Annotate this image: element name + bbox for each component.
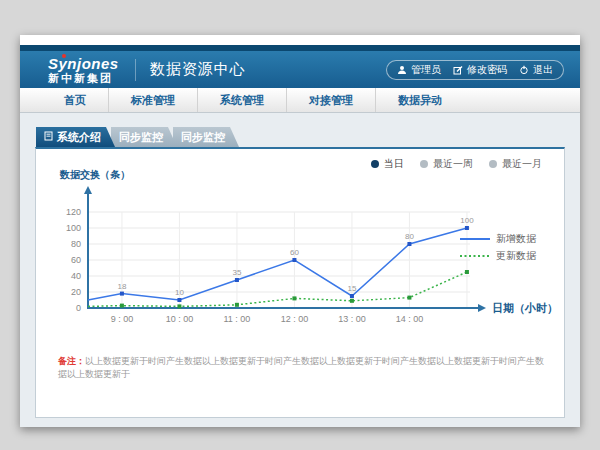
chart-panel: 当日 最近一周 最近一月 181035601580100020406080100…: [35, 147, 565, 418]
svg-text:新增数据: 新增数据: [496, 233, 537, 244]
svg-text:15: 15: [347, 284, 356, 293]
app-header: Synjones 新中新集团 数据资源中心 管理员 修改密码: [20, 51, 580, 88]
logo: Synjones 新中新集团: [48, 56, 119, 84]
edit-icon: [453, 65, 463, 75]
nav-item-home[interactable]: 首页: [42, 88, 108, 112]
svg-text:10 : 00: 10 : 00: [166, 314, 194, 324]
document-icon: [44, 131, 53, 143]
nav-item-data-changes[interactable]: 数据异动: [375, 88, 464, 112]
footnote-text: 以上数据更新于时间产生数据以上数据更新于时间产生数据以上数据更新于时间产生数据以…: [58, 356, 544, 379]
footnote-prefix: 备注：: [58, 356, 85, 366]
tab-system-intro[interactable]: 系统介绍: [36, 127, 115, 147]
svg-text:9 : 00: 9 : 00: [111, 314, 134, 324]
logo-subtitle: 新中新集团: [48, 73, 119, 84]
nav-item-standard-mgmt[interactable]: 标准管理: [108, 88, 197, 112]
svg-text:100: 100: [460, 216, 474, 225]
chart-container: 1810356015801000204060801001209 : 0010 :…: [36, 167, 566, 335]
svg-text:20: 20: [71, 287, 81, 297]
page-title: 数据资源中心: [150, 60, 246, 79]
svg-text:更新数据: 更新数据: [496, 250, 537, 261]
tab-sync-monitor-1[interactable]: 同步监控: [111, 127, 177, 147]
svg-text:40: 40: [71, 271, 81, 281]
svg-text:12 : 00: 12 : 00: [281, 314, 309, 324]
svg-text:35: 35: [232, 268, 241, 277]
user-icon: [397, 65, 407, 75]
power-icon: [519, 65, 529, 75]
header-divider: [135, 59, 136, 81]
svg-text:18: 18: [117, 282, 126, 291]
svg-text:60: 60: [290, 248, 299, 257]
nav-item-integration-mgmt[interactable]: 对接管理: [286, 88, 375, 112]
main-window: Synjones 新中新集团 数据资源中心 管理员 修改密码: [20, 35, 580, 427]
tab-sync-monitor-2[interactable]: 同步监控: [173, 127, 239, 147]
content-area: 系统介绍 同步监控 同步监控 当日 最近一周: [20, 113, 580, 427]
svg-text:100: 100: [66, 223, 81, 233]
svg-text:数据交换（条）: 数据交换（条）: [59, 169, 130, 180]
current-user[interactable]: 管理员: [397, 63, 441, 77]
svg-text:120: 120: [66, 207, 81, 217]
svg-text:80: 80: [405, 232, 414, 241]
user-controls: 管理员 修改密码 退出: [386, 60, 564, 80]
main-nav: 首页 标准管理 系统管理 对接管理 数据异动: [20, 88, 580, 113]
svg-text:14 : 00: 14 : 00: [396, 314, 424, 324]
tab-bar: 系统介绍 同步监控 同步监控: [36, 127, 235, 147]
svg-text:10: 10: [175, 288, 184, 297]
logo-brand: Synjones: [48, 56, 119, 71]
nav-item-system-mgmt[interactable]: 系统管理: [197, 88, 286, 112]
svg-text:13 : 00: 13 : 00: [338, 314, 366, 324]
svg-text:日期（小时）: 日期（小时）: [492, 302, 558, 315]
svg-text:60: 60: [71, 255, 81, 265]
change-password-button[interactable]: 修改密码: [453, 63, 507, 77]
logo-red-dot: [62, 54, 66, 58]
svg-text:11 : 00: 11 : 00: [223, 314, 250, 324]
footnote: 备注：以上数据更新于时间产生数据以上数据更新于时间产生数据以上数据更新于时间产生…: [58, 355, 550, 380]
svg-text:0: 0: [76, 303, 81, 313]
line-chart: 1810356015801000204060801001209 : 0010 :…: [36, 167, 566, 335]
svg-text:80: 80: [71, 239, 81, 249]
logout-button[interactable]: 退出: [519, 63, 553, 77]
